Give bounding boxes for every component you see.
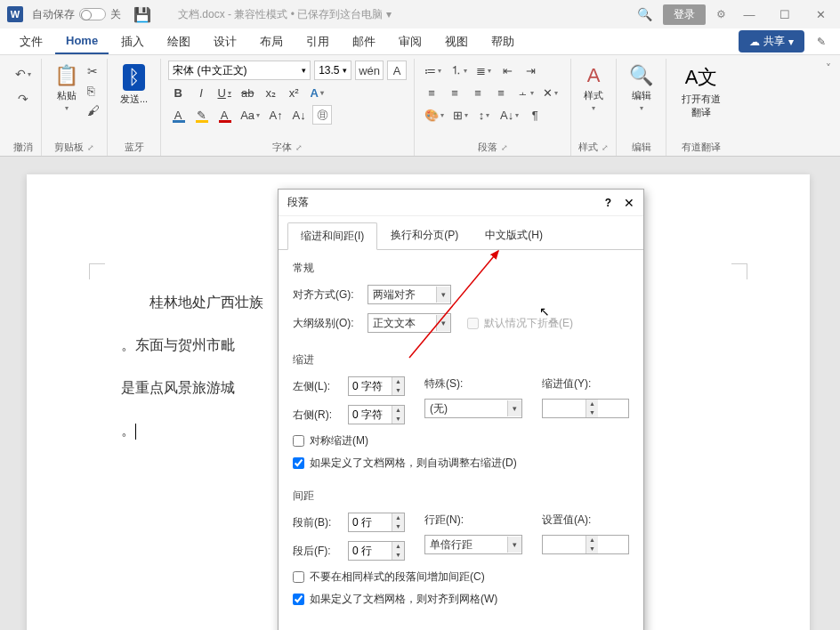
set-value-input[interactable]: ▲▼: [542, 535, 629, 554]
tab-draw[interactable]: 绘图: [157, 28, 201, 55]
spin-up-icon[interactable]: ▲: [392, 542, 404, 551]
sort-button[interactable]: A↓: [497, 105, 521, 125]
line-spacing-select[interactable]: 单倍行距▾: [424, 535, 522, 554]
subscript-button[interactable]: x₂: [261, 83, 280, 102]
tab-mail[interactable]: 邮件: [342, 28, 386, 55]
translate-button[interactable]: A文 打开有道翻译: [674, 61, 729, 137]
superscript-button[interactable]: x²: [284, 83, 303, 102]
auto-adjust-checkbox[interactable]: 如果定义了文档网格，则自动调整右缩进(D): [293, 456, 629, 471]
copy-icon[interactable]: ⎘: [87, 84, 100, 98]
highlight-button[interactable]: ✎: [191, 105, 211, 125]
change-case-button[interactable]: Aa: [238, 105, 262, 125]
italic-button[interactable]: I: [191, 83, 211, 102]
show-marks-button[interactable]: ¶: [525, 105, 545, 125]
switch-off-icon[interactable]: [79, 8, 106, 20]
alignment-select[interactable]: 两端对齐▾: [368, 285, 451, 304]
indent-value-input[interactable]: ▲▼: [542, 399, 629, 418]
phonetic-guide-icon[interactable]: wén: [355, 61, 384, 80]
text-effects-button[interactable]: A: [307, 83, 327, 102]
align-left-button[interactable]: ≡: [422, 83, 441, 102]
mirror-indent-checkbox[interactable]: 对称缩进(M): [293, 433, 629, 448]
spin-up-icon[interactable]: ▲: [392, 406, 404, 415]
spin-down-icon[interactable]: ▼: [392, 415, 404, 424]
font-name-select[interactable]: 宋体 (中文正文)▾: [168, 61, 311, 80]
tab-line-break[interactable]: 换行和分页(P): [377, 222, 472, 249]
maximize-button[interactable]: ☐: [772, 8, 797, 21]
tab-insert[interactable]: 插入: [110, 28, 155, 55]
tab-file[interactable]: 文件: [9, 28, 53, 55]
underline-button[interactable]: U: [214, 83, 234, 102]
bluetooth-send-button[interactable]: ᛒ 发送...: [115, 61, 153, 137]
autosave-toggle[interactable]: 自动保存 关: [32, 7, 121, 22]
increase-indent-button[interactable]: ⇥: [521, 61, 540, 80]
text-direction-button[interactable]: ✕: [540, 83, 561, 102]
after-spacing-input[interactable]: ▲▼: [348, 541, 405, 561]
bullets-button[interactable]: ≔: [422, 61, 444, 80]
comments-button[interactable]: ✎: [810, 32, 833, 52]
login-button[interactable]: 登录: [663, 4, 706, 25]
borders-button[interactable]: ⊞: [450, 105, 471, 125]
grow-font-button[interactable]: A↑: [266, 105, 286, 125]
left-indent-input[interactable]: ▲▼: [348, 376, 405, 396]
decrease-indent-button[interactable]: ⇤: [497, 61, 517, 80]
format-painter-icon[interactable]: 🖌: [87, 103, 100, 117]
clipboard-launcher[interactable]: ⤢: [87, 143, 94, 152]
tab-view[interactable]: 视图: [434, 28, 479, 55]
before-spacing-input[interactable]: ▲▼: [348, 513, 405, 532]
distribute-button[interactable]: ⫠: [514, 83, 537, 102]
spin-up-icon[interactable]: ▲: [586, 400, 598, 408]
no-space-checkbox[interactable]: 不要在相同样式的段落间增加间距(C): [293, 569, 629, 585]
multilevel-button[interactable]: ≣: [473, 61, 494, 80]
shrink-font-button[interactable]: A↓: [289, 105, 309, 125]
save-icon[interactable]: 💾: [133, 6, 151, 23]
spin-down-icon[interactable]: ▼: [392, 551, 404, 560]
tab-layout[interactable]: 布局: [249, 28, 294, 55]
font-color-button[interactable]: A: [214, 105, 234, 125]
font-size-select[interactable]: 13.5▾: [314, 61, 351, 80]
tab-help[interactable]: 帮助: [481, 28, 525, 55]
tab-home[interactable]: Home: [55, 28, 109, 54]
undo-button[interactable]: ↶: [12, 64, 34, 84]
spin-down-icon[interactable]: ▼: [586, 408, 598, 417]
justify-button[interactable]: ≡: [491, 83, 511, 102]
tab-references[interactable]: 引用: [295, 28, 340, 55]
spin-down-icon[interactable]: ▼: [586, 545, 598, 553]
shading-button[interactable]: 🎨: [422, 105, 447, 125]
tab-chinese-layout[interactable]: 中文版式(H): [472, 222, 556, 249]
align-center-button[interactable]: ≡: [445, 83, 464, 102]
font-shading-button[interactable]: A: [168, 105, 188, 125]
right-indent-input[interactable]: ▲▼: [348, 405, 405, 424]
tab-review[interactable]: 审阅: [388, 28, 432, 55]
cut-icon[interactable]: ✂: [87, 64, 100, 78]
edit-button[interactable]: 🔍 编辑 ▾: [624, 61, 658, 137]
search-icon[interactable]: 🔍: [637, 7, 652, 21]
spin-up-icon[interactable]: ▲: [586, 536, 598, 545]
snap-grid-checkbox[interactable]: 如果定义了文档网格，则对齐到网格(W): [293, 592, 629, 607]
minimize-button[interactable]: —: [737, 8, 762, 21]
spin-down-icon[interactable]: ▼: [392, 522, 404, 531]
outline-select[interactable]: 正文文本▾: [368, 313, 451, 333]
line-spacing-button[interactable]: ↕: [474, 105, 494, 125]
share-button[interactable]: ☁ 共享 ▾: [739, 30, 804, 52]
spin-down-icon[interactable]: ▼: [392, 386, 404, 395]
align-right-button[interactable]: ≡: [468, 83, 488, 102]
styles-button[interactable]: A 样式 ▾: [578, 61, 609, 137]
tab-design[interactable]: 设计: [203, 28, 247, 55]
spin-up-icon[interactable]: ▲: [392, 513, 404, 522]
paragraph-launcher[interactable]: ⤢: [501, 143, 508, 152]
char-border-icon[interactable]: A: [387, 61, 407, 80]
styles-launcher[interactable]: ⤢: [602, 143, 609, 152]
font-launcher[interactable]: ⤢: [295, 143, 303, 152]
dialog-help-button[interactable]: ?: [605, 197, 611, 209]
strike-button[interactable]: ab: [238, 83, 257, 102]
spin-up-icon[interactable]: ▲: [392, 377, 404, 386]
settings-icon[interactable]: ⚙: [716, 8, 726, 20]
collapse-ribbon-icon[interactable]: ˅: [822, 59, 835, 78]
dialog-close-button[interactable]: ✕: [624, 196, 634, 210]
bold-button[interactable]: B: [168, 83, 188, 102]
tab-indent-spacing[interactable]: 缩进和间距(I): [287, 222, 377, 250]
numbering-button[interactable]: ⒈: [448, 61, 470, 80]
enclose-char-button[interactable]: ㊐: [312, 105, 332, 125]
paste-button[interactable]: 📋 粘贴 ▾: [49, 61, 84, 137]
close-button[interactable]: ✕: [808, 8, 833, 21]
